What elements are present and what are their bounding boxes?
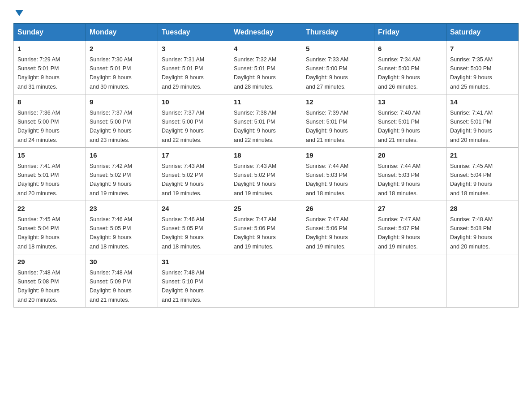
calendar-cell: 13 Sunrise: 7:40 AMSunset: 5:01 PMDaylig… — [374, 94, 446, 148]
day-number: 16 — [90, 150, 154, 161]
day-number: 10 — [162, 97, 226, 107]
day-info: Sunrise: 7:40 AMSunset: 5:01 PMDaylight:… — [378, 110, 420, 143]
calendar-cell: 12 Sunrise: 7:39 AMSunset: 5:01 PMDaylig… — [302, 94, 374, 148]
calendar-cell: 23 Sunrise: 7:46 AMSunset: 5:05 PMDaylig… — [86, 201, 158, 254]
calendar-cell: 27 Sunrise: 7:47 AMSunset: 5:07 PMDaylig… — [374, 201, 446, 254]
day-info: Sunrise: 7:44 AMSunset: 5:03 PMDaylight:… — [306, 163, 348, 197]
weekday-header-row: SundayMondayTuesdayWednesdayThursdayFrid… — [14, 24, 519, 41]
day-number: 21 — [450, 150, 515, 161]
day-info: Sunrise: 7:41 AMSunset: 5:01 PMDaylight:… — [450, 110, 493, 143]
day-number: 20 — [378, 150, 442, 161]
calendar-cell: 30 Sunrise: 7:48 AMSunset: 5:09 PMDaylig… — [86, 254, 158, 308]
day-info: Sunrise: 7:44 AMSunset: 5:03 PMDaylight:… — [378, 163, 420, 197]
weekday-header-thursday: Thursday — [302, 24, 374, 41]
weekday-header-saturday: Saturday — [446, 24, 519, 41]
calendar-cell: 14 Sunrise: 7:41 AMSunset: 5:01 PMDaylig… — [446, 94, 519, 148]
calendar-cell — [374, 254, 446, 308]
day-number: 22 — [17, 204, 82, 214]
weekday-header-monday: Monday — [86, 24, 158, 41]
day-info: Sunrise: 7:38 AMSunset: 5:01 PMDaylight:… — [234, 110, 276, 143]
day-number: 6 — [378, 44, 442, 54]
day-info: Sunrise: 7:36 AMSunset: 5:00 PMDaylight:… — [17, 110, 60, 143]
calendar-cell: 8 Sunrise: 7:36 AMSunset: 5:00 PMDayligh… — [14, 94, 86, 148]
day-number: 23 — [90, 204, 154, 214]
calendar-cell: 29 Sunrise: 7:48 AMSunset: 5:08 PMDaylig… — [14, 254, 86, 308]
day-info: Sunrise: 7:39 AMSunset: 5:01 PMDaylight:… — [306, 110, 348, 143]
calendar-header: SundayMondayTuesdayWednesdayThursdayFrid… — [14, 24, 519, 41]
calendar-cell: 19 Sunrise: 7:44 AMSunset: 5:03 PMDaylig… — [302, 148, 374, 201]
calendar-cell — [230, 254, 302, 308]
day-info: Sunrise: 7:34 AMSunset: 5:00 PMDaylight:… — [378, 56, 420, 90]
calendar-cell: 31 Sunrise: 7:48 AMSunset: 5:10 PMDaylig… — [158, 254, 230, 308]
day-number: 30 — [90, 257, 154, 267]
day-info: Sunrise: 7:32 AMSunset: 5:01 PMDaylight:… — [234, 56, 276, 90]
weekday-header-sunday: Sunday — [14, 24, 86, 41]
calendar-cell: 11 Sunrise: 7:38 AMSunset: 5:01 PMDaylig… — [230, 94, 302, 148]
calendar-cell: 9 Sunrise: 7:37 AMSunset: 5:00 PMDayligh… — [86, 94, 158, 148]
day-number: 26 — [306, 204, 370, 214]
page-header — [13, 9, 519, 16]
day-number: 19 — [306, 150, 370, 161]
day-info: Sunrise: 7:35 AMSunset: 5:00 PMDaylight:… — [450, 56, 493, 90]
weekday-header-tuesday: Tuesday — [158, 24, 230, 41]
day-info: Sunrise: 7:48 AMSunset: 5:09 PMDaylight:… — [90, 270, 132, 303]
day-info: Sunrise: 7:47 AMSunset: 5:07 PMDaylight:… — [378, 216, 420, 250]
day-info: Sunrise: 7:46 AMSunset: 5:05 PMDaylight:… — [90, 216, 132, 250]
calendar-cell: 18 Sunrise: 7:43 AMSunset: 5:02 PMDaylig… — [230, 148, 302, 201]
calendar-cell: 24 Sunrise: 7:46 AMSunset: 5:05 PMDaylig… — [158, 201, 230, 254]
day-info: Sunrise: 7:47 AMSunset: 5:06 PMDaylight:… — [306, 216, 348, 250]
calendar-cell: 2 Sunrise: 7:30 AMSunset: 5:01 PMDayligh… — [86, 41, 158, 94]
day-number: 15 — [17, 150, 82, 161]
day-info: Sunrise: 7:46 AMSunset: 5:05 PMDaylight:… — [162, 216, 204, 250]
day-info: Sunrise: 7:42 AMSunset: 5:02 PMDaylight:… — [90, 163, 132, 197]
calendar-cell: 15 Sunrise: 7:41 AMSunset: 5:01 PMDaylig… — [14, 148, 86, 201]
day-number: 3 — [162, 44, 226, 54]
day-info: Sunrise: 7:48 AMSunset: 5:10 PMDaylight:… — [162, 270, 204, 303]
day-info: Sunrise: 7:45 AMSunset: 5:04 PMDaylight:… — [450, 163, 493, 197]
day-info: Sunrise: 7:48 AMSunset: 5:08 PMDaylight:… — [450, 216, 493, 250]
day-number: 9 — [90, 97, 154, 107]
week-row-2: 8 Sunrise: 7:36 AMSunset: 5:00 PMDayligh… — [14, 94, 519, 148]
day-number: 2 — [90, 44, 154, 54]
calendar-cell: 10 Sunrise: 7:37 AMSunset: 5:00 PMDaylig… — [158, 94, 230, 148]
calendar-body: 1 Sunrise: 7:29 AMSunset: 5:01 PMDayligh… — [14, 41, 519, 308]
calendar-cell — [446, 254, 519, 308]
day-number: 28 — [450, 204, 515, 214]
logo — [13, 9, 23, 16]
calendar-cell: 26 Sunrise: 7:47 AMSunset: 5:06 PMDaylig… — [302, 201, 374, 254]
calendar-cell: 17 Sunrise: 7:43 AMSunset: 5:02 PMDaylig… — [158, 148, 230, 201]
calendar-cell: 21 Sunrise: 7:45 AMSunset: 5:04 PMDaylig… — [446, 148, 519, 201]
calendar-cell — [302, 254, 374, 308]
day-info: Sunrise: 7:33 AMSunset: 5:00 PMDaylight:… — [306, 56, 348, 90]
day-number: 7 — [450, 44, 515, 54]
day-number: 25 — [234, 204, 298, 214]
calendar-cell: 28 Sunrise: 7:48 AMSunset: 5:08 PMDaylig… — [446, 201, 519, 254]
day-info: Sunrise: 7:48 AMSunset: 5:08 PMDaylight:… — [17, 270, 60, 303]
day-info: Sunrise: 7:29 AMSunset: 5:01 PMDaylight:… — [17, 56, 60, 90]
calendar-cell: 4 Sunrise: 7:32 AMSunset: 5:01 PMDayligh… — [230, 41, 302, 94]
calendar-cell: 6 Sunrise: 7:34 AMSunset: 5:00 PMDayligh… — [374, 41, 446, 94]
day-number: 24 — [162, 204, 226, 214]
day-info: Sunrise: 7:37 AMSunset: 5:00 PMDaylight:… — [162, 110, 204, 143]
day-info: Sunrise: 7:43 AMSunset: 5:02 PMDaylight:… — [234, 163, 276, 197]
weekday-header-wednesday: Wednesday — [230, 24, 302, 41]
day-number: 27 — [378, 204, 442, 214]
week-row-4: 22 Sunrise: 7:45 AMSunset: 5:04 PMDaylig… — [14, 201, 519, 254]
calendar-cell: 5 Sunrise: 7:33 AMSunset: 5:00 PMDayligh… — [302, 41, 374, 94]
day-number: 11 — [234, 97, 298, 107]
calendar-cell: 16 Sunrise: 7:42 AMSunset: 5:02 PMDaylig… — [86, 148, 158, 201]
day-info: Sunrise: 7:43 AMSunset: 5:02 PMDaylight:… — [162, 163, 204, 197]
day-info: Sunrise: 7:45 AMSunset: 5:04 PMDaylight:… — [17, 216, 60, 250]
week-row-5: 29 Sunrise: 7:48 AMSunset: 5:08 PMDaylig… — [14, 254, 519, 308]
logo-triangle-icon — [15, 10, 23, 16]
calendar-cell: 3 Sunrise: 7:31 AMSunset: 5:01 PMDayligh… — [158, 41, 230, 94]
day-number: 29 — [17, 257, 82, 267]
calendar-cell: 22 Sunrise: 7:45 AMSunset: 5:04 PMDaylig… — [14, 201, 86, 254]
day-number: 12 — [306, 97, 370, 107]
day-number: 1 — [17, 44, 82, 54]
calendar-cell: 1 Sunrise: 7:29 AMSunset: 5:01 PMDayligh… — [14, 41, 86, 94]
calendar-cell: 25 Sunrise: 7:47 AMSunset: 5:06 PMDaylig… — [230, 201, 302, 254]
day-number: 18 — [234, 150, 298, 161]
weekday-header-friday: Friday — [374, 24, 446, 41]
day-number: 31 — [162, 257, 226, 267]
